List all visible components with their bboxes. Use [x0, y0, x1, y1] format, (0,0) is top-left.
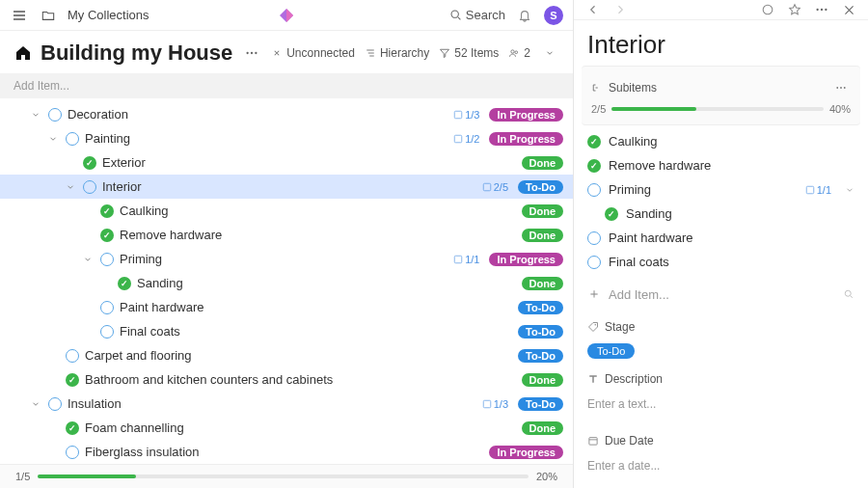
menu-icon[interactable] [10, 6, 29, 25]
nav-forward-icon[interactable] [610, 0, 630, 19]
list-item[interactable]: Remove hardwareDone [0, 223, 573, 247]
filter-items[interactable]: 52 Items [439, 46, 499, 60]
chevron-down-icon[interactable] [46, 134, 60, 144]
avatar[interactable]: S [544, 6, 563, 25]
svg-rect-11 [483, 183, 491, 191]
home-icon [14, 43, 33, 63]
svg-point-16 [821, 9, 823, 11]
subitem-list: CaulkingRemove hardwarePriming1/1Sanding… [574, 125, 868, 278]
subitem[interactable]: Priming1/1 [587, 177, 854, 202]
subitem-count: 2/5 [482, 181, 508, 193]
subitem[interactable]: Caulking [587, 129, 854, 153]
list-item[interactable]: Foam channellingDone [0, 416, 573, 440]
list-item[interactable]: Decoration1/3In Progress [0, 102, 573, 126]
status-open-icon[interactable] [100, 325, 114, 339]
svg-rect-25 [589, 438, 597, 446]
subitem[interactable]: Remove hardware [587, 153, 854, 177]
list-item[interactable]: Bathroom and kitchen counters and cabine… [0, 367, 573, 392]
status-open-icon[interactable] [100, 301, 114, 314]
list-item[interactable]: SandingDone [0, 271, 573, 295]
chevron-down-icon[interactable] [845, 185, 854, 195]
subitem-label: Priming [609, 182, 798, 197]
more-icon[interactable] [242, 43, 261, 63]
connection-toggle[interactable]: Unconnected [271, 46, 355, 60]
search-icon [843, 288, 854, 300]
stage-value[interactable]: To-Do [587, 343, 635, 359]
item-list: Decoration1/3In ProgressPainting1/2In Pr… [0, 98, 573, 464]
description-label: Description [605, 372, 663, 386]
status-open-icon[interactable] [587, 256, 601, 269]
subitem[interactable]: Paint hardware [587, 226, 854, 250]
subitems-more-icon[interactable] [831, 78, 851, 97]
search-button[interactable]: Search [449, 8, 505, 22]
star-icon[interactable] [785, 0, 804, 19]
list-item[interactable]: Insulation1/3To-Do [0, 392, 573, 416]
status-open-icon[interactable] [83, 180, 96, 194]
subitem[interactable]: Sanding [587, 202, 854, 226]
detail-title: Interior [574, 20, 868, 66]
duedate-input[interactable]: Enter a date... [587, 453, 854, 482]
item-label: Foam channelling [85, 420, 512, 435]
svg-point-6 [255, 52, 257, 54]
list-item[interactable]: CaulkingDone [0, 199, 573, 223]
people-count[interactable]: 2 [508, 46, 530, 60]
chevron-down-icon[interactable] [29, 110, 42, 120]
list-item[interactable]: Painting1/2In Progress [0, 126, 573, 150]
status-done-icon[interactable] [587, 159, 601, 173]
status-done-icon[interactable] [118, 277, 131, 290]
list-item[interactable]: Paint hardwareTo-Do [0, 295, 573, 319]
chevron-down-icon[interactable] [29, 399, 42, 409]
status-done-icon[interactable] [100, 229, 114, 242]
status-done-icon[interactable] [100, 204, 114, 218]
status-open-icon[interactable] [100, 253, 114, 266]
list-item[interactable]: Interior2/5To-Do [0, 175, 573, 199]
svg-point-15 [816, 9, 818, 11]
view-mode[interactable]: Hierarchy [365, 46, 429, 60]
status-open-icon[interactable] [587, 231, 601, 245]
status-badge: Done [522, 277, 564, 290]
circle-icon[interactable] [758, 0, 777, 19]
status-open-icon[interactable] [587, 183, 601, 197]
subitem-count: 1/3 [482, 398, 508, 410]
status-badge: Done [522, 421, 564, 435]
collection-title[interactable]: My Collections [68, 8, 149, 22]
close-icon[interactable] [839, 0, 858, 19]
svg-point-17 [825, 9, 827, 11]
list-item[interactable]: Carpet and flooringTo-Do [0, 343, 573, 367]
status-badge: Done [522, 156, 564, 170]
chevron-down-icon[interactable] [81, 255, 95, 264]
status-done-icon[interactable] [83, 156, 96, 170]
svg-point-20 [844, 87, 846, 89]
list-item[interactable]: Final coatsTo-Do [0, 319, 573, 343]
chevron-down-icon[interactable] [64, 182, 77, 192]
folder-icon[interactable] [39, 6, 58, 25]
bell-icon[interactable] [515, 6, 534, 25]
subitem[interactable]: Final coats [587, 250, 854, 274]
more-icon[interactable] [812, 0, 831, 19]
subitem-count: 1/2 [453, 133, 479, 145]
status-open-icon[interactable] [66, 349, 79, 363]
status-done-icon[interactable] [66, 373, 79, 387]
add-item-input[interactable]: Add Item... [0, 73, 573, 98]
status-open-icon[interactable] [66, 132, 79, 146]
list-item[interactable]: Priming1/1In Progress [0, 247, 573, 271]
progress-count: 1/5 [15, 471, 30, 482]
list-item[interactable]: ExteriorDone [0, 150, 573, 175]
list-item[interactable]: Fiberglass insulationIn Progress [0, 440, 573, 464]
chevron-down-icon[interactable] [540, 43, 559, 63]
status-badge: In Progress [489, 132, 563, 146]
status-done-icon[interactable] [66, 421, 79, 435]
svg-point-8 [515, 51, 518, 54]
description-input[interactable]: Enter a text... [587, 392, 854, 420]
item-label: Interior [102, 179, 476, 194]
nav-back-icon[interactable] [583, 0, 603, 19]
svg-point-19 [840, 87, 842, 89]
status-done-icon[interactable] [605, 207, 618, 221]
subitem-count: 1/1 [453, 254, 479, 265]
status-done-icon[interactable] [587, 135, 601, 149]
detail-add-item[interactable]: ＋ Add Item... [587, 282, 854, 307]
status-open-icon[interactable] [66, 446, 79, 459]
subitem-label: Remove hardware [609, 158, 854, 173]
status-open-icon[interactable] [48, 397, 62, 411]
status-open-icon[interactable] [48, 108, 62, 122]
